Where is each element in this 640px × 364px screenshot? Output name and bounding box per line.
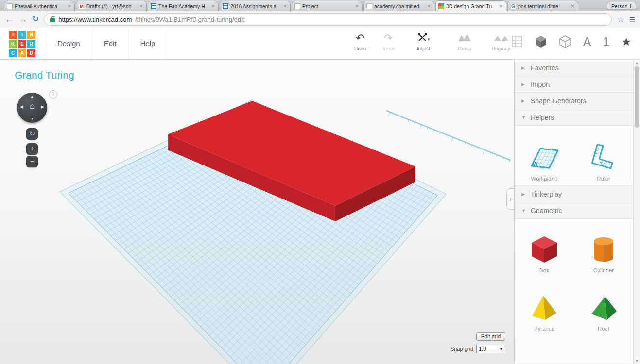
- tab-title: academy.cba.mit.ed: [374, 3, 424, 9]
- tinkercad-logo[interactable]: T I N K E R C A D: [9, 31, 35, 57]
- shape-box[interactable]: Box: [515, 219, 574, 277]
- adjust-caliper-icon: ▾: [402, 33, 444, 45]
- browser-menu-icon[interactable]: ≡: [629, 15, 635, 24]
- tab-close-icon[interactable]: ×: [282, 4, 288, 9]
- ruler-icon: mm: [586, 144, 621, 174]
- group-button[interactable]: Group: [444, 33, 485, 51]
- url-host: https://www.tinkercad.com: [58, 16, 132, 23]
- back-button[interactable]: ←: [5, 15, 14, 24]
- shape-partial-sphere[interactable]: [574, 335, 633, 364]
- rotate-down-icon[interactable]: ▼: [17, 117, 47, 120]
- list-favicon-icon: [223, 3, 228, 9]
- chevron-down-icon: ▼: [521, 115, 526, 120]
- shape-partial-cone[interactable]: [515, 335, 574, 364]
- help-button[interactable]: ?: [49, 90, 57, 99]
- sidebar-collapse-handle[interactable]: ›: [506, 188, 514, 210]
- number-1-control[interactable]: 1: [603, 35, 609, 49]
- ruler-helper[interactable]: [386, 111, 510, 160]
- logo-tile: K: [9, 40, 17, 48]
- pyramid-shape-icon: [528, 292, 560, 324]
- rotate-right-icon[interactable]: ▶: [41, 104, 44, 109]
- design-title: Grand Turing: [15, 69, 74, 81]
- logo-tile: C: [9, 49, 17, 57]
- browser-tab[interactable]: Project ×: [292, 1, 363, 11]
- sidebar-section-favorites[interactable]: ▶ Favorites: [515, 60, 633, 76]
- forward-button[interactable]: →: [18, 15, 27, 24]
- edit-grid-button[interactable]: Edit grid: [476, 332, 505, 341]
- browser-tab[interactable]: 2016 Assignments a ×: [220, 1, 291, 11]
- sphere-shape-icon: [588, 362, 620, 364]
- scroll-down-icon[interactable]: ▼: [634, 358, 640, 364]
- tab-close-icon[interactable]: ×: [138, 4, 144, 9]
- redo-button[interactable]: ↷ Redo: [374, 33, 402, 51]
- tab-close-icon[interactable]: ×: [426, 4, 432, 9]
- gmail-favicon-icon: M: [79, 3, 85, 9]
- undo-button[interactable]: ↶ Undo: [346, 33, 374, 51]
- cone-shape-icon: [528, 362, 560, 364]
- browser-tab[interactable]: G pos terminal dime ×: [507, 1, 578, 11]
- rotate-up-icon[interactable]: ▲: [17, 95, 47, 98]
- sidebar-section-import[interactable]: ▶ Import: [515, 76, 633, 93]
- address-bar[interactable]: https://www.tinkercad.com/things/9Wa1IB1…: [44, 13, 612, 26]
- shape-roof[interactable]: Roof: [574, 277, 633, 335]
- tab-close-icon[interactable]: ×: [570, 4, 575, 9]
- browser-tab[interactable]: M Drafts (4) - yrt@son ×: [76, 1, 147, 11]
- section-label: Import: [531, 81, 550, 88]
- browser-tab[interactable]: Firewall Authentica ×: [4, 1, 75, 11]
- scrollbar-thumb[interactable]: [635, 66, 639, 128]
- tab-title: Project: [302, 3, 352, 9]
- rotate-left-icon[interactable]: ◀: [20, 104, 23, 109]
- reload-button[interactable]: ↻: [32, 15, 39, 24]
- chevron-right-icon: ▶: [521, 99, 526, 103]
- sidebar-section-tinkerplay[interactable]: ▶ Tinkerplay: [515, 186, 633, 202]
- edit-toolbar: ↶ Undo ↷ Redo ▾ Adjust Group Ungroup: [346, 33, 517, 51]
- logo-tile: E: [18, 40, 26, 48]
- adjust-button[interactable]: ▾ Adjust: [402, 33, 444, 51]
- browser-profile-button[interactable]: Person 1: [607, 2, 636, 10]
- helper-ruler[interactable]: mm Ruler: [574, 126, 633, 185]
- view-navigation-widget[interactable]: ▲ ⌂ ▼ ◀ ▶: [17, 93, 47, 123]
- tab-title: The Fab Academy H: [158, 3, 208, 9]
- snap-grid-value: 1.0: [479, 346, 486, 352]
- zoom-out-button[interactable]: −: [26, 156, 38, 167]
- tab-close-icon[interactable]: ×: [67, 4, 72, 9]
- tab-close-icon[interactable]: ×: [498, 4, 503, 9]
- scroll-up-icon[interactable]: ▲: [634, 60, 640, 66]
- browser-tab-active[interactable]: 3D design Grand Tu ×: [435, 0, 506, 11]
- design-canvas[interactable]: Grand Turing ? ▲ ⌂ ▼ ◀ ▶ ↻ + − Edit grid…: [0, 60, 514, 364]
- redo-label: Redo: [374, 46, 402, 51]
- favorite-star-icon[interactable]: ★: [621, 35, 631, 49]
- main-area: Grand Turing ? ▲ ⌂ ▼ ◀ ▶ ↻ + − Edit grid…: [0, 60, 640, 364]
- sidebar-scrollbar[interactable]: ▲ ▼: [633, 60, 640, 364]
- snap-grid-select[interactable]: 1.0 ▼: [476, 345, 505, 353]
- wireframe-view-cube-icon[interactable]: [559, 35, 571, 49]
- tab-title: pos terminal dime: [518, 3, 568, 9]
- sidebar-section-geometric[interactable]: ▼ Geometric: [515, 202, 633, 219]
- menu-help[interactable]: Help: [128, 28, 168, 59]
- redo-icon: ↷: [374, 33, 402, 45]
- browser-tab[interactable]: academy.cba.mit.ed ×: [363, 1, 434, 11]
- bookmark-star-icon[interactable]: ☆: [617, 15, 624, 25]
- group-icon: [444, 33, 485, 45]
- sidebar-section-shape-generators[interactable]: ▶ Shape Generators: [515, 93, 633, 109]
- shape-pyramid[interactable]: Pyramid: [515, 277, 574, 335]
- workplane-icon: W: [527, 144, 562, 174]
- logo-tile: D: [27, 49, 35, 57]
- menu-edit[interactable]: Edit: [92, 28, 128, 59]
- letter-a-control[interactable]: A: [583, 35, 591, 49]
- tab-close-icon[interactable]: ×: [210, 4, 216, 9]
- section-label: Shape Generators: [531, 97, 586, 105]
- grid-view-icon[interactable]: [511, 35, 523, 49]
- helpers-content: W Workplane mm Ruler: [515, 126, 633, 186]
- shape-cylinder[interactable]: Cylinder: [574, 219, 633, 277]
- solid-view-cube-icon[interactable]: [535, 35, 547, 49]
- 3d-scene: [0, 60, 514, 364]
- orbit-rotate-button[interactable]: ↻: [26, 128, 38, 140]
- zoom-in-button[interactable]: +: [26, 143, 38, 155]
- sidebar-section-helpers[interactable]: ▼ Helpers: [515, 109, 633, 126]
- browser-tab[interactable]: The Fab Academy H ×: [148, 1, 219, 11]
- menu-design[interactable]: Design: [45, 28, 92, 59]
- snap-grid-row: Snap grid 1.0 ▼: [450, 345, 505, 353]
- tab-close-icon[interactable]: ×: [354, 4, 360, 9]
- helper-workplane[interactable]: W Workplane: [515, 126, 574, 185]
